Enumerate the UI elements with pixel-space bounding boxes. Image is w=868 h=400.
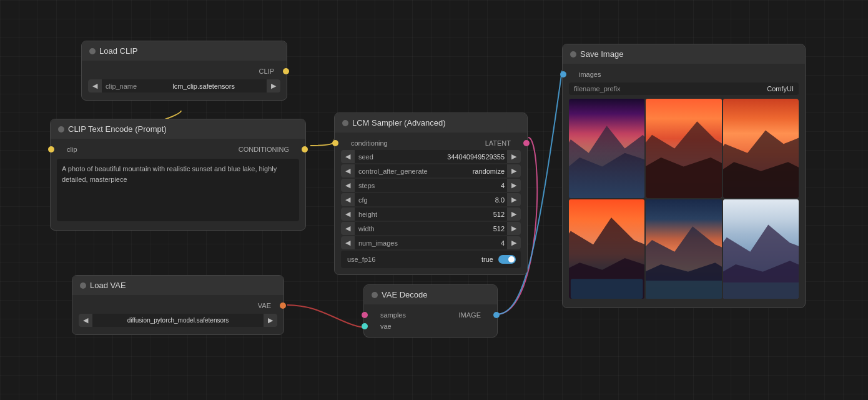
use-fp16-value: true	[378, 253, 496, 266]
clip-input-dot[interactable]	[48, 146, 54, 152]
vae-input-dot[interactable]	[362, 323, 368, 329]
load-clip-header: Load CLIP	[82, 41, 287, 61]
vae-output-dot[interactable]	[280, 302, 286, 309]
clip-text-header: CLIP Text Encode (Prompt)	[51, 119, 305, 139]
output-image-4	[569, 199, 644, 299]
conditioning-output-dot[interactable]	[302, 146, 308, 152]
steps-value: 4	[377, 179, 507, 192]
seed-right-btn[interactable]: ▶	[507, 150, 521, 163]
output-image-6	[723, 199, 799, 299]
lcm-status-dot	[342, 120, 348, 126]
height-left-btn[interactable]: ◀	[341, 208, 355, 221]
seed-row[interactable]: ◀ seed 344040949529355 ▶	[341, 150, 521, 163]
clip-text-encode-node: CLIP Text Encode (Prompt) clip CONDITION…	[50, 119, 306, 231]
filename-prefix-field[interactable]: filename_prefix ComfyUI	[569, 82, 799, 95]
output-image-5	[646, 199, 721, 299]
images-input-dot[interactable]	[560, 71, 566, 78]
svg-rect-8	[571, 279, 643, 299]
load-clip-title: Load CLIP	[99, 46, 137, 56]
output-image-3	[723, 99, 799, 198]
num-images-value: 4	[400, 237, 507, 249]
steps-right-btn[interactable]: ▶	[507, 179, 521, 192]
clip-output-port: CLIP	[82, 66, 287, 77]
latent-output-dot[interactable]	[523, 140, 530, 146]
lcm-sampler-title: LCM Sampler (Advanced)	[352, 118, 446, 128]
vae-name-right-btn[interactable]: ▶	[264, 314, 277, 327]
width-value: 512	[377, 222, 507, 235]
use-fp16-toggle[interactable]	[498, 255, 516, 264]
svg-rect-14	[723, 282, 799, 299]
seed-left-btn[interactable]: ◀	[341, 150, 355, 163]
images-input-label: images	[579, 71, 601, 78]
width-left-btn[interactable]: ◀	[341, 222, 355, 235]
height-right-btn[interactable]: ▶	[507, 208, 521, 221]
cfg-right-btn[interactable]: ▶	[507, 193, 521, 206]
cfg-value: 8.0	[370, 194, 507, 206]
clip-text-status-dot	[58, 126, 64, 132]
vae-decode-header: VAE Decode	[364, 285, 497, 304]
height-row[interactable]: ◀ height 512 ▶	[341, 208, 521, 221]
filename-prefix-value: ComfyUI	[762, 82, 799, 95]
control-after-right-btn[interactable]: ▶	[507, 164, 521, 178]
save-image-body: images filename_prefix ComfyUI	[563, 64, 805, 308]
height-label: height	[355, 211, 380, 218]
vae-decode-title: VAE Decode	[382, 290, 427, 299]
load-vae-body: VAE ◀ diffusion_pytorch_model.safetensor…	[72, 295, 284, 334]
steps-label: steps	[355, 182, 377, 189]
cfg-left-btn[interactable]: ◀	[341, 193, 355, 206]
width-row[interactable]: ◀ width 512 ▶	[341, 222, 521, 235]
output-image-2	[646, 99, 721, 198]
steps-left-btn[interactable]: ◀	[341, 179, 355, 192]
load-clip-node: Load CLIP CLIP ◀ clip_name lcm_clip.safe…	[81, 41, 287, 101]
prompt-text-area[interactable]: A photo of beautiful mountain with reali…	[57, 159, 299, 221]
vae-decode-status-dot	[372, 292, 378, 298]
vae-output-port: VAE	[72, 300, 284, 311]
clip-text-body: clip CONDITIONING A photo of beautiful m…	[51, 139, 305, 230]
conditioning-input-label: conditioning	[351, 139, 388, 147]
save-image-header: Save Image	[563, 44, 805, 64]
conditioning-output-label: CONDITIONING	[239, 146, 289, 153]
load-clip-body: CLIP ◀ clip_name lcm_clip.safetensors ▶	[82, 61, 287, 100]
filename-prefix-label: filename_prefix	[569, 82, 762, 95]
clip-name-right-btn[interactable]: ▶	[267, 79, 280, 92]
seed-value: 344040949529355	[376, 151, 507, 163]
output-image-1	[569, 99, 644, 198]
samples-input-dot[interactable]	[362, 312, 368, 318]
load-clip-status-dot	[89, 48, 96, 54]
vae-name-left-btn[interactable]: ◀	[79, 314, 92, 327]
conditioning-input-dot[interactable]	[332, 140, 338, 146]
svg-marker-0	[569, 126, 644, 198]
clip-name-value: lcm_clip.safetensors	[141, 80, 267, 92]
cfg-row[interactable]: ◀ cfg 8.0 ▶	[341, 193, 521, 206]
clip-text-title: CLIP Text Encode (Prompt)	[68, 124, 167, 134]
clip-name-field[interactable]: ◀ clip_name lcm_clip.safetensors ▶	[88, 79, 280, 92]
clip-output-label: CLIP	[259, 68, 274, 75]
num-images-row[interactable]: ◀ num_images 4 ▶	[341, 236, 521, 249]
load-vae-title: Load VAE	[90, 281, 126, 290]
control-after-row[interactable]: ◀ control_after_generate randomize ▶	[341, 164, 521, 178]
cfg-label: cfg	[355, 196, 370, 204]
control-after-left-btn[interactable]: ◀	[341, 164, 355, 178]
use-fp16-label: use_fp16	[342, 256, 378, 263]
save-image-node: Save Image images filename_prefix ComfyU…	[562, 44, 806, 308]
lcm-sampler-header: LCM Sampler (Advanced)	[335, 113, 527, 132]
use-fp16-row[interactable]: use_fp16 true	[341, 251, 521, 268]
vae-name-field[interactable]: ◀ diffusion_pytorch_model.safetensors ▶	[79, 314, 277, 327]
steps-row[interactable]: ◀ steps 4 ▶	[341, 179, 521, 192]
load-vae-status-dot	[80, 282, 86, 289]
num-images-label: num_images	[355, 239, 400, 247]
width-right-btn[interactable]: ▶	[507, 222, 521, 235]
image-output-dot[interactable]	[493, 312, 500, 318]
vae-name-value: diffusion_pytorch_model.safetensors	[92, 314, 264, 326]
height-value: 512	[380, 208, 507, 221]
samples-input-label: samples	[380, 311, 406, 319]
num-images-left-btn[interactable]: ◀	[341, 236, 355, 249]
clip-name-label: clip_name	[102, 80, 141, 92]
image-output-label: IMAGE	[459, 311, 481, 319]
clip-output-dot[interactable]	[283, 68, 289, 74]
control-after-label: control_after_generate	[355, 168, 430, 175]
clip-input-label: clip	[67, 146, 77, 153]
output-image-grid	[569, 99, 799, 299]
clip-name-left-btn[interactable]: ◀	[88, 79, 102, 92]
num-images-right-btn[interactable]: ▶	[507, 236, 521, 249]
